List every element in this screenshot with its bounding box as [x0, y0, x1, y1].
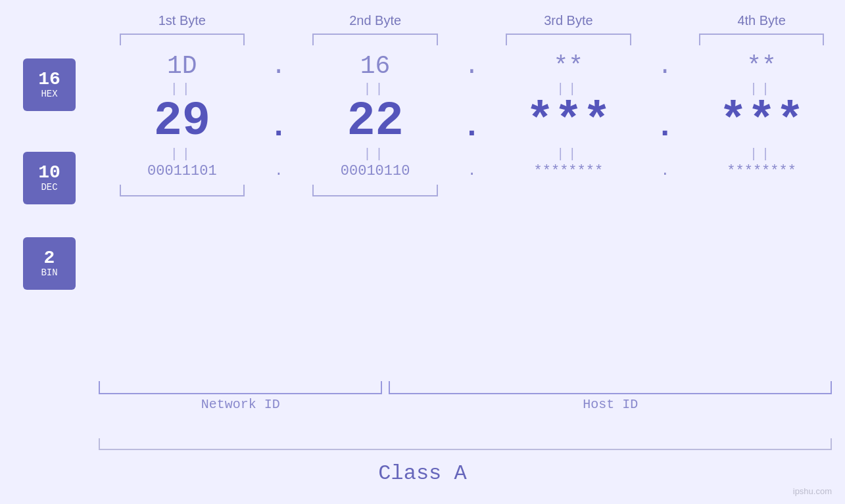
byte-header-2: 2nd Byte: [292, 13, 459, 28]
byte-header-3: 3rd Byte: [485, 13, 652, 28]
badge-bin-number: 2: [44, 249, 55, 267]
top-brackets-row: [99, 34, 845, 45]
equals-7: ||: [485, 147, 652, 162]
host-id-bracket: [389, 381, 832, 394]
full-bracket: [99, 438, 832, 450]
bin-val-1: 00011101: [99, 163, 266, 179]
equals-8: ||: [678, 147, 845, 162]
page-container: 1st Byte 2nd Byte 3rd Byte 4th Byte: [0, 0, 845, 504]
full-bracket-line: [99, 438, 832, 450]
hex-val-3: **: [485, 52, 652, 80]
bin-val-4: ********: [678, 163, 845, 179]
hex-val-4: **: [678, 52, 845, 80]
bin-sep-2: .: [459, 163, 485, 179]
hex-val-1: 1D: [99, 52, 266, 80]
badge-bin-label: BIN: [41, 267, 57, 278]
badge-hex-number: 16: [38, 70, 60, 89]
bin-val-2: 00010110: [292, 163, 459, 179]
bin-row: 00011101 . 00010110 . ******** . *******…: [99, 163, 845, 179]
bottom-bracket-spacer-4: [699, 185, 824, 196]
byte-header-4: 4th Byte: [678, 13, 845, 28]
bin-sep-3: .: [652, 163, 678, 179]
class-label: Class A: [0, 461, 845, 486]
badge-dec: 10 DEC: [23, 152, 76, 204]
watermark: ipshu.com: [793, 486, 832, 496]
network-id-bracket: [99, 381, 382, 394]
bottom-bracket-1: [120, 185, 245, 196]
bin-sep-1: .: [266, 163, 292, 179]
badge-dec-label: DEC: [41, 182, 57, 193]
bottom-brackets-section: [99, 185, 845, 196]
equals-6: ||: [292, 147, 459, 162]
hex-row: 1D . 16 . ** . **: [99, 52, 845, 80]
top-bracket-3: [506, 34, 631, 45]
hex-val-2: 16: [292, 52, 459, 80]
hex-sep-1: .: [266, 52, 292, 80]
hex-sep-2: .: [459, 52, 485, 80]
bin-val-3: ********: [485, 163, 652, 179]
data-rows-column: 1D . 16 . ** . ** || || || || 29: [99, 52, 845, 504]
dec-sep-3: .: [652, 99, 678, 145]
bottom-bracket-2: [312, 185, 437, 196]
dec-sep-1: .: [266, 99, 292, 145]
top-bracket-2: [312, 34, 437, 45]
grouped-brackets: Network ID Host ID: [99, 381, 845, 412]
dec-val-1: 29: [99, 98, 266, 145]
badges-column: 16 HEX 10 DEC 2 BIN: [0, 52, 99, 504]
badge-bin: 2 BIN: [23, 237, 76, 290]
dec-row: 29 . 22 . *** . ***: [99, 98, 845, 145]
main-body: 16 HEX 10 DEC 2 BIN 1D . 16 . ** . **: [0, 52, 845, 504]
nh-brackets-line: [99, 381, 845, 394]
network-id-label: Network ID: [99, 397, 382, 412]
equals-5: ||: [99, 147, 266, 162]
badge-hex: 16 HEX: [23, 58, 76, 111]
dec-sep-2: .: [459, 99, 485, 145]
byte-header-1: 1st Byte: [99, 13, 266, 28]
dec-val-2: 22: [292, 98, 459, 145]
badge-dec-number: 10: [38, 164, 60, 182]
top-bracket-1: [120, 34, 245, 45]
badge-hex-label: HEX: [41, 89, 57, 99]
top-bracket-4: [699, 34, 824, 45]
nh-labels-line: Network ID Host ID: [99, 397, 845, 412]
hex-sep-3: .: [652, 52, 678, 80]
equals-row-2: || || || ||: [99, 145, 845, 163]
byte-headers-row: 1st Byte 2nd Byte 3rd Byte 4th Byte: [99, 13, 845, 28]
dec-val-3: ***: [485, 98, 652, 145]
dec-val-4: ***: [678, 98, 845, 145]
bottom-bracket-spacer-3: [506, 185, 631, 196]
host-id-label: Host ID: [389, 397, 832, 412]
